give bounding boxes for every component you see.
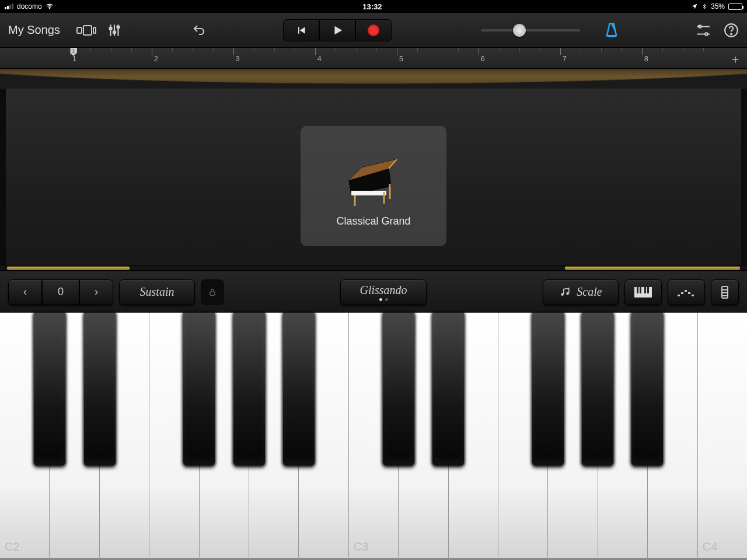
toolbar: My Songs [0, 13, 747, 48]
key-label: C3 [354, 540, 369, 554]
battery-icon [728, 4, 742, 10]
add-section-button[interactable]: ＋ [729, 51, 741, 67]
black-key[interactable] [383, 313, 414, 466]
octave-group: ‹ 0 › [8, 279, 113, 305]
chord-strips-button[interactable] [711, 279, 739, 305]
wood-trim [0, 69, 747, 89]
key-label: C4 [703, 540, 718, 554]
svg-point-9 [705, 33, 707, 35]
octave-up-button[interactable]: › [79, 279, 113, 305]
svg-point-11 [731, 33, 732, 34]
cell-signal-icon [5, 4, 13, 9]
bar-label: 6 [481, 55, 485, 63]
black-key[interactable] [283, 313, 315, 466]
glissando-label: Glissando [359, 284, 407, 297]
black-key[interactable] [84, 313, 116, 466]
svg-rect-7 [608, 35, 616, 37]
arpeggio-icon [678, 288, 695, 297]
svg-rect-28 [685, 290, 687, 292]
location-icon [691, 3, 698, 10]
svg-point-0 [49, 8, 50, 9]
arpeggiator-button[interactable] [668, 279, 705, 305]
svg-rect-29 [688, 292, 690, 294]
transport [283, 19, 392, 41]
black-key[interactable] [34, 313, 65, 466]
carrier-label: docomo [17, 2, 42, 10]
play-button[interactable] [319, 19, 355, 41]
svg-rect-27 [681, 292, 683, 294]
svg-rect-26 [678, 295, 680, 296]
lock-icon [208, 288, 217, 297]
hinge-row [0, 265, 747, 271]
bar-label: 1 [72, 55, 76, 63]
keyboard-icon [634, 287, 652, 298]
octave-value[interactable]: 0 [42, 279, 79, 305]
instrument-selector[interactable]: Classical Grand [301, 126, 446, 246]
key-label: C2 [5, 540, 20, 554]
black-key[interactable] [432, 313, 464, 466]
svg-rect-3 [93, 27, 96, 33]
svg-point-4 [109, 27, 111, 29]
status-bar: docomo 13:32 35% [0, 0, 747, 13]
glissando-page-dots [379, 298, 388, 301]
black-key[interactable] [582, 313, 613, 466]
svg-point-6 [117, 26, 119, 28]
bar-label: 2 [154, 55, 158, 63]
timeline-ruler[interactable]: 1 12345678 ＋ [0, 48, 747, 69]
tracks-view-button[interactable] [76, 24, 96, 37]
mixer-button[interactable] [107, 23, 122, 38]
wifi-icon [46, 2, 54, 10]
keyboard-layout-button[interactable] [624, 279, 662, 305]
master-volume-slider[interactable] [481, 29, 580, 32]
keyboard-controls: ‹ 0 › Sustain Glissando Scale [0, 271, 747, 313]
clock: 13:32 [54, 2, 691, 11]
strips-icon [721, 285, 729, 299]
white-key[interactable]: C4 [698, 313, 747, 560]
piano-icon [338, 145, 409, 209]
bar-label: 7 [563, 55, 567, 63]
black-key[interactable] [631, 313, 663, 466]
scale-button[interactable]: Scale [543, 279, 619, 305]
svg-rect-24 [644, 287, 646, 293]
instrument-name: Classical Grand [336, 215, 410, 228]
svg-rect-25 [647, 287, 649, 293]
svg-rect-15 [351, 191, 386, 195]
svg-rect-1 [77, 27, 82, 33]
battery-pct: 35% [711, 2, 725, 10]
svg-rect-2 [83, 26, 92, 35]
octave-down-button[interactable]: ‹ [8, 279, 42, 305]
bar-label: 8 [644, 55, 648, 63]
go-to-start-button[interactable] [283, 19, 319, 41]
metronome-button[interactable] [603, 22, 620, 38]
sustain-button[interactable]: Sustain [119, 279, 195, 305]
scale-label: Scale [577, 285, 602, 299]
record-icon [368, 24, 379, 36]
undo-button[interactable] [191, 23, 207, 37]
sustain-lock-button[interactable] [201, 279, 224, 305]
svg-rect-22 [637, 287, 638, 293]
black-key[interactable] [532, 313, 564, 466]
bar-label: 5 [399, 55, 403, 63]
record-button[interactable] [355, 19, 392, 41]
svg-rect-30 [692, 295, 694, 296]
help-button[interactable] [724, 23, 739, 38]
bar-label: 4 [317, 55, 322, 63]
back-button[interactable]: My Songs [8, 23, 60, 37]
bar-label: 3 [236, 55, 240, 63]
svg-rect-20 [210, 292, 215, 295]
note-icon [559, 287, 571, 298]
volume-thumb[interactable] [513, 24, 526, 37]
bluetooth-icon [701, 2, 707, 10]
glissando-button[interactable]: Glissando [340, 279, 427, 305]
svg-rect-23 [640, 287, 641, 293]
settings-button[interactable] [696, 23, 711, 38]
piano-keyboard[interactable]: C2C3C4 [0, 313, 747, 560]
black-key[interactable] [233, 313, 265, 466]
black-key[interactable] [183, 313, 215, 466]
instrument-panel: Classical Grand [0, 89, 747, 265]
svg-point-5 [113, 31, 116, 33]
